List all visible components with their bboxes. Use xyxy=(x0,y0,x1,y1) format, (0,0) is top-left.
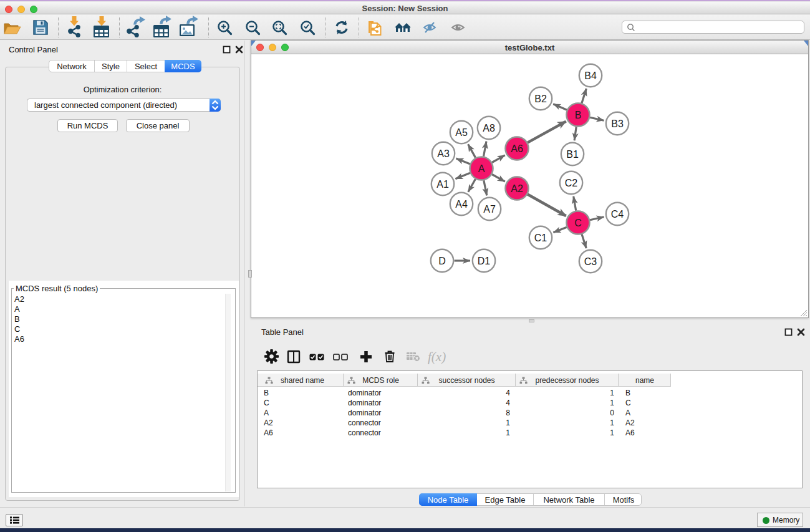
svg-text:C: C xyxy=(574,218,582,228)
svg-text:D: D xyxy=(438,256,446,266)
svg-text:B1: B1 xyxy=(566,149,579,160)
svg-text:C4: C4 xyxy=(611,209,624,220)
svg-text:B2: B2 xyxy=(534,94,547,104)
svg-text:B4: B4 xyxy=(584,70,597,81)
svg-text:A5: A5 xyxy=(455,127,468,138)
svg-text:C2: C2 xyxy=(565,178,578,188)
svg-text:A7: A7 xyxy=(483,204,496,215)
svg-text:A6: A6 xyxy=(511,143,523,154)
svg-text:D1: D1 xyxy=(478,256,491,266)
svg-text:A: A xyxy=(478,163,485,174)
svg-text:A3: A3 xyxy=(437,148,450,159)
svg-text:B3: B3 xyxy=(611,118,624,129)
svg-text:A4: A4 xyxy=(455,199,468,210)
svg-text:B: B xyxy=(575,110,582,120)
svg-text:A2: A2 xyxy=(511,183,523,194)
svg-text:A8: A8 xyxy=(483,123,495,133)
svg-text:C3: C3 xyxy=(584,256,597,267)
svg-text:C1: C1 xyxy=(534,233,547,243)
svg-text:A1: A1 xyxy=(436,179,449,190)
